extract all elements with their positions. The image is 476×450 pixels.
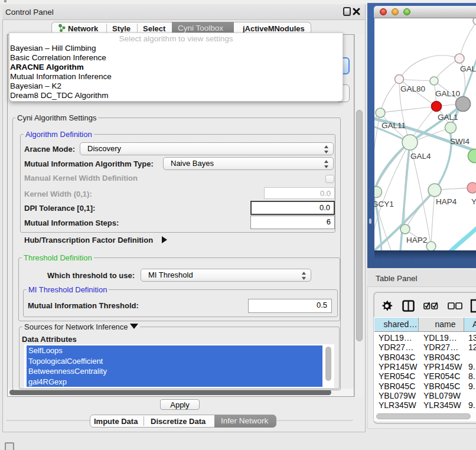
svg-text:GAL11: GAL11 [382, 121, 406, 130]
svg-text:GCY1: GCY1 [374, 200, 394, 208]
svg-text:GAL80: GAL80 [400, 84, 425, 93]
svg-text:GAL7: GAL7 [460, 64, 476, 73]
svg-text:GAL1: GAL1 [438, 113, 458, 122]
svg-text:Y: Y [471, 197, 476, 206]
svg-text:SWI4: SWI4 [450, 137, 470, 146]
svg-text:HAP4: HAP4 [436, 197, 457, 206]
svg-text:HAP2: HAP2 [406, 236, 427, 244]
svg-text:GAL10: GAL10 [435, 89, 460, 98]
svg-text:GAL4: GAL4 [410, 152, 431, 161]
